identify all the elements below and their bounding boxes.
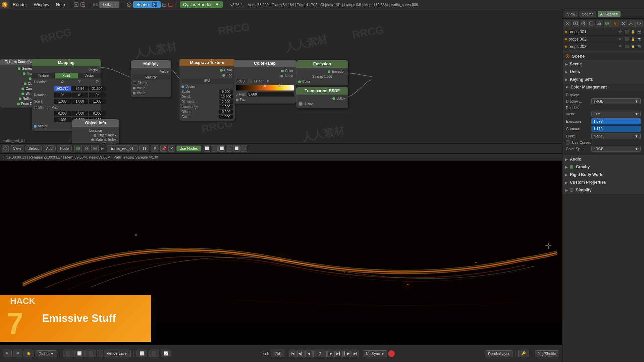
mapping-rot-y[interactable]: 0° (71, 93, 88, 98)
vp-transform-select[interactable]: Global ▼ (36, 350, 57, 357)
next-frame-btn[interactable]: ▶▎ (335, 350, 343, 357)
props-custom-props-header[interactable]: ▶ Custom Properties (562, 179, 644, 186)
ne-frame-display[interactable]: 11 (139, 145, 149, 152)
mapping-tab-texture[interactable]: Texture (32, 73, 55, 78)
ne-material-icon[interactable] (74, 145, 82, 152)
play-start-btn[interactable]: |◀ (289, 350, 297, 357)
ne-filename-display[interactable]: traffic_red_01 (107, 145, 138, 152)
sync-select[interactable]: No Sync ▼ (363, 350, 388, 357)
ne-render-icon[interactable] (91, 145, 99, 152)
ne-use-nodes-btn[interactable]: Use Nodes (176, 145, 201, 152)
display-value-select[interactable]: sRGB ▼ (591, 98, 641, 104)
layout-default-btn[interactable]: Default (99, 1, 119, 8)
props-simplify-header[interactable]: ▶ Simplify (562, 186, 644, 194)
use-curves-row[interactable]: Use Curves (566, 140, 641, 144)
rt-mesh-icon[interactable] (596, 20, 603, 27)
mapping-rot-z[interactable]: 0° (89, 93, 106, 98)
ne-pin-btn[interactable]: 📌 (160, 145, 167, 152)
outliner-hide-2[interactable]: ⬛ (624, 45, 629, 48)
outliner-render-1[interactable]: 📷 (637, 37, 642, 41)
mapping-loc-z[interactable]: 21.504 (89, 86, 106, 91)
mapping-min-option[interactable]: Min (34, 106, 44, 109)
node-colorramp[interactable]: ColorRamp Color Alpha RGB ⬛ Linear (234, 60, 296, 104)
record-btn[interactable] (388, 350, 395, 357)
node-emission[interactable]: Emission Emission Streng: 1.000 Color (296, 60, 348, 85)
mapping-scl-z[interactable]: 1.000 (89, 99, 106, 104)
ne-misc1[interactable]: ⬜ (204, 145, 210, 152)
3d-viewport[interactable]: HACK 7 Emissive Stuff ✛ ↖ ↗ ✋ Global ▼ (0, 161, 562, 362)
node-transparent-bsdf[interactable]: Transparent BSDF BSDF Color (296, 87, 348, 108)
colorramp-bar[interactable] (236, 85, 294, 90)
jog-shuttle[interactable]: Jog/Shuttle (535, 350, 559, 357)
props-scene-header[interactable]: ▶ Scene (562, 60, 644, 68)
gamma-slider[interactable]: 1.170 (591, 126, 641, 132)
prev-key-btn[interactable]: ◀▎ (297, 350, 305, 357)
node-musgrave[interactable]: Musgrave Texture Color Fac IBM Vector (179, 59, 235, 121)
outliner-view-0[interactable]: 👁 (618, 30, 623, 34)
vp-onion[interactable]: ⬛ (149, 350, 159, 357)
view-value-select[interactable]: Film ▼ (591, 111, 641, 117)
outliner-render-0[interactable]: 📷 (637, 30, 642, 34)
mapping-loc-y[interactable]: 84.94 (71, 86, 88, 91)
ne-node-btn[interactable]: Node (57, 145, 72, 152)
vp-snap3[interactable]: ⬛ (86, 350, 96, 357)
rt-render-icon[interactable] (572, 20, 579, 27)
props-gravity-header[interactable]: ▶ Gravity (562, 163, 644, 171)
ne-select-btn[interactable]: Select (25, 145, 42, 152)
outliner-view-2[interactable]: 👁 (618, 45, 623, 48)
outliner-lock-0[interactable]: 🔒 (630, 30, 636, 34)
menu-render[interactable]: Render (9, 0, 31, 9)
mapping-loc-x[interactable]: 263.790 (54, 86, 71, 91)
vp-prop-edit[interactable]: ⬜ (137, 350, 147, 357)
rt-constraints-icon[interactable] (635, 20, 643, 27)
ne-misc2[interactable]: ⬛ (211, 145, 218, 152)
next-key-btn[interactable]: ▎▶ (343, 350, 351, 357)
render-engine-selector[interactable]: Cycles Render▼ (180, 1, 223, 8)
ne-misc6[interactable]: ⬛ (240, 145, 247, 152)
outliner-hide-1[interactable]: ⬛ (624, 37, 629, 41)
colorramp-mode[interactable]: RGB (236, 79, 247, 83)
outliner-scroll[interactable] (562, 50, 644, 52)
vp-select-btn[interactable]: ↗ (13, 350, 22, 357)
node-multiply[interactable]: Multiply Value Multiply Clamp Value (131, 60, 171, 97)
sequencer-value-select[interactable]: sRGB ▼ (591, 146, 641, 152)
mapping-scl-y[interactable]: 1.000 (71, 99, 88, 104)
props-audio-header[interactable]: ▶ Audio (562, 156, 644, 163)
frame-end-display[interactable]: 250 (271, 350, 285, 357)
render-layer-select[interactable]: RenderLayer (485, 350, 513, 357)
ne-view-btn[interactable]: View (10, 145, 24, 152)
outliner-row-1[interactable]: ◆ props.002 👁 ⬛ 🔒 📷 (562, 36, 644, 43)
outliner-row-2[interactable]: ◆ props.003 👁 ⬛ 🔒 📷 (562, 43, 644, 50)
musgrave-type[interactable]: IBM (181, 78, 233, 83)
ne-cross-btn[interactable]: ✕ (168, 145, 175, 152)
rt-texture-icon[interactable] (611, 20, 619, 27)
colorramp-pos[interactable]: 0.666 (247, 92, 294, 97)
multiply-type[interactable]: Multiply (131, 75, 170, 80)
look-value-select[interactable]: None ▼ (591, 133, 641, 139)
menu-help[interactable]: Help (53, 0, 68, 9)
scene-selector[interactable]: Scene2 (133, 1, 161, 8)
mapping-max-option[interactable]: Max (47, 106, 58, 109)
ne-add-btn[interactable]: Add (43, 145, 56, 152)
ne-icon-btn[interactable] (2, 145, 9, 152)
props-units-header[interactable]: ▶ Units (562, 68, 644, 75)
mapping-scl-x[interactable]: 1.000 (54, 99, 71, 104)
rt-scene-icon[interactable] (564, 20, 571, 27)
menu-window[interactable]: Window (31, 0, 53, 9)
vp-closest-btn[interactable]: RenderLayer (104, 350, 131, 357)
mapping-tab-point[interactable]: Point (55, 73, 77, 78)
vp-snap-select[interactable] (97, 350, 103, 357)
rt-particles-icon[interactable] (620, 20, 627, 27)
vp-grab-btn[interactable]: ✋ (23, 350, 34, 357)
exposure-slider[interactable]: 1.672 (591, 118, 641, 124)
rt-physics-icon[interactable] (628, 20, 635, 27)
colorramp-interp[interactable]: Linear (253, 79, 265, 83)
vp-snap1[interactable]: ⬛ (63, 350, 73, 357)
tab-all-scenes[interactable]: All Scenes (598, 11, 621, 17)
mapping-rot-x[interactable]: 0° (54, 93, 71, 98)
outliner-lock-1[interactable]: 🔒 (630, 37, 636, 41)
keying-btn[interactable]: 🔑 (518, 350, 529, 357)
outliner-row-0[interactable]: ◆ props.001 👁 ⬛ 🔒 📷 (562, 28, 644, 36)
tab-search[interactable]: Search (579, 11, 596, 17)
props-rigid-body-header[interactable]: ▶ Rigid Body World (562, 171, 644, 178)
